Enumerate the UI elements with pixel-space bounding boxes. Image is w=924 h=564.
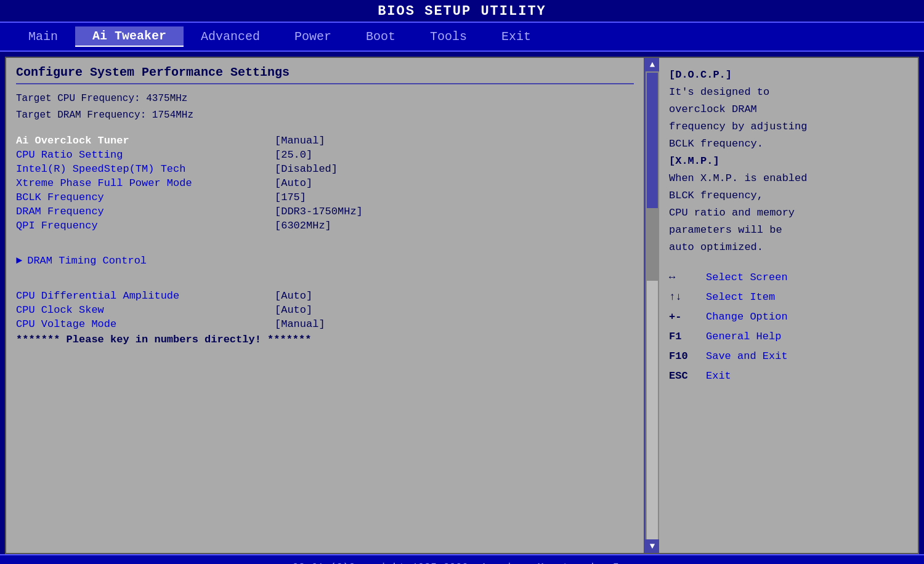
setting-row[interactable]: CPU Clock Skew[Auto] (16, 304, 634, 316)
menu-item-boot[interactable]: Boot (349, 27, 413, 46)
setting-value: [25.0] (275, 149, 312, 161)
target-dram-freq: Target DRAM Frequency: 1754MHz (16, 107, 634, 124)
title-bar: BIOS SETUP UTILITY (0, 0, 924, 22)
help-line: BLCK frequency, (669, 187, 908, 204)
help-line: auto optimized. (669, 239, 908, 256)
setting-row[interactable]: CPU Ratio Setting[25.0] (16, 149, 634, 161)
section-gap (16, 234, 634, 251)
key-description: Exit (706, 368, 731, 384)
right-panel: [D.O.C.P.]It's designed tooverclock DRAM… (659, 58, 918, 553)
key-row: ESCExit (669, 368, 908, 384)
key-symbol: F10 (669, 348, 706, 365)
footer: v02.61 (C)Copyright 1985-2009, American … (0, 554, 924, 564)
left-panel: Configure System Performance Settings Ta… (6, 58, 646, 553)
help-line: BCLK frequency. (669, 135, 908, 153)
dram-timing-arrow: ► (16, 255, 22, 267)
help-line: [D.O.C.P.] (669, 66, 908, 84)
main-content: Configure System Performance Settings Ta… (5, 57, 919, 554)
scroll-down-button[interactable]: ▼ (646, 539, 659, 553)
target-cpu-freq: Target CPU Frequency: 4375MHz (16, 91, 634, 107)
menu-item-exit[interactable]: Exit (484, 27, 548, 46)
key-description: General Help (706, 328, 781, 345)
menu-item-ai-tweaker[interactable]: Ai Tweaker (75, 26, 184, 47)
setting-row[interactable]: QPI Frequency[6302MHz] (16, 220, 634, 232)
setting-name: Intel(R) SpeedStep(TM) Tech (16, 163, 275, 175)
key-symbol: ESC (669, 368, 706, 384)
setting-row[interactable]: BCLK Frequency[175] (16, 191, 634, 203)
menu-item-tools[interactable]: Tools (413, 27, 484, 46)
help-line: When X.M.P. is enabled (669, 170, 908, 187)
scroll-lower (647, 281, 658, 539)
setting-name: CPU Ratio Setting (16, 149, 275, 161)
setting-name: Ai Overclock Tuner (16, 135, 275, 147)
key-row: ↔Select Screen (669, 269, 908, 286)
dram-timing-control[interactable]: ► DRAM Timing Control (16, 255, 634, 267)
key-row: F10Save and Exit (669, 348, 908, 365)
settings-list: Ai Overclock Tuner[Manual]CPU Ratio Sett… (16, 135, 634, 232)
left-panel-header: Configure System Performance Settings (16, 65, 634, 84)
warning-text: ******* Please key in numbers directly! … (16, 334, 634, 345)
menu-item-main[interactable]: Main (11, 27, 75, 46)
key-symbol: +- (669, 308, 706, 325)
setting-value: [Manual] (275, 135, 325, 147)
setting-value: [175] (275, 191, 306, 203)
setting-row[interactable]: Ai Overclock Tuner[Manual] (16, 135, 634, 147)
scroll-up-button[interactable]: ▲ (646, 58, 659, 71)
setting-row[interactable]: Intel(R) SpeedStep(TM) Tech[Disabled] (16, 163, 634, 175)
setting-name: CPU Differential Amplitude (16, 290, 275, 302)
key-row: F1General Help (669, 328, 908, 345)
setting-name: BCLK Frequency (16, 191, 275, 203)
setting-value: [6302MHz] (275, 220, 331, 232)
key-description: Select Screen (706, 269, 788, 286)
setting-row[interactable]: DRAM Frequency[DDR3-1750MHz] (16, 206, 634, 217)
key-symbol: ↔ (669, 269, 706, 286)
help-line: overclock DRAM (669, 101, 908, 118)
help-line: [X.M.P.] (669, 153, 908, 170)
menu-bar: MainAi TweakerAdvancedPowerBootToolsExit (0, 22, 924, 52)
menu-item-power[interactable]: Power (277, 27, 349, 46)
help-text: [D.O.C.P.]It's designed tooverclock DRAM… (669, 66, 908, 257)
setting-value: [Auto] (275, 290, 312, 302)
setting-value: [DDR3-1750MHz] (275, 206, 363, 217)
key-description: Save and Exit (706, 348, 788, 365)
key-row: +-Change Option (669, 308, 908, 325)
app-title: BIOS SETUP UTILITY (378, 4, 546, 19)
scroll-thumb[interactable] (647, 73, 658, 208)
setting-value: [Manual] (275, 318, 325, 330)
key-row: ↑↓Select Item (669, 289, 908, 305)
setting-name: CPU Clock Skew (16, 304, 275, 316)
key-symbol: ↑↓ (669, 289, 706, 305)
setting-value: [Disabled] (275, 163, 338, 175)
setting-name: CPU Voltage Mode (16, 318, 275, 330)
footer-text: v02.61 (C)Copyright 1985-2009, American … (286, 562, 638, 565)
scrollbar[interactable]: ▲ ▼ (646, 58, 659, 553)
setting-value: [Auto] (275, 177, 312, 189)
target-info: Target CPU Frequency: 4375MHz Target DRA… (16, 91, 634, 124)
help-line: frequency by adjusting (669, 118, 908, 135)
setting-row[interactable]: Xtreme Phase Full Power Mode[Auto] (16, 177, 634, 189)
dram-timing-label: DRAM Timing Control (27, 255, 147, 267)
setting-name: DRAM Frequency (16, 206, 275, 217)
scroll-track (646, 71, 659, 539)
menu-item-advanced[interactable]: Advanced (184, 27, 277, 46)
section-gap2 (16, 270, 634, 288)
help-line: parameters will be (669, 222, 908, 239)
key-description: Change Option (706, 308, 788, 325)
key-description: Select Item (706, 289, 775, 305)
lower-settings-list: CPU Differential Amplitude[Auto]CPU Cloc… (16, 290, 634, 330)
help-line: It's designed to (669, 84, 908, 101)
help-line: CPU ratio and memory (669, 204, 908, 222)
setting-name: QPI Frequency (16, 220, 275, 232)
setting-name: Xtreme Phase Full Power Mode (16, 177, 275, 189)
setting-row[interactable]: CPU Differential Amplitude[Auto] (16, 290, 634, 302)
key-legend: ↔Select Screen↑↓Select Item+-Change Opti… (669, 269, 908, 385)
setting-row[interactable]: CPU Voltage Mode[Manual] (16, 318, 634, 330)
setting-value: [Auto] (275, 304, 312, 316)
key-symbol: F1 (669, 328, 706, 345)
